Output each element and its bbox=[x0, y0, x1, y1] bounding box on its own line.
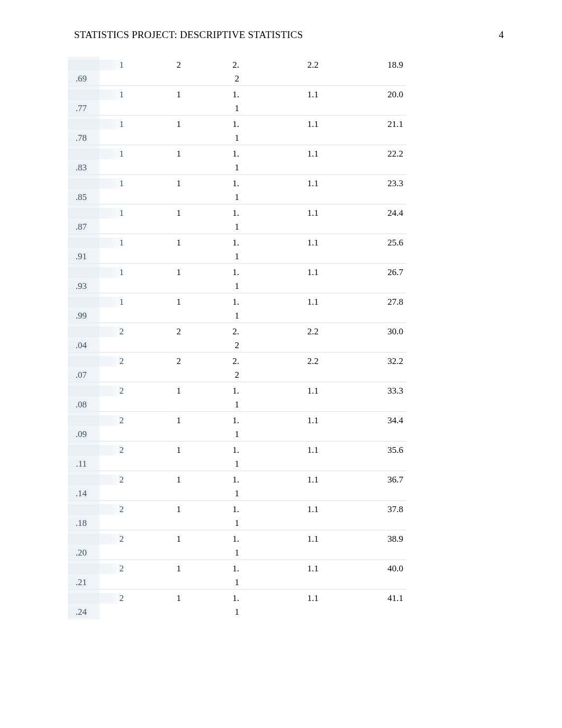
valid-percent-col: 1.1 bbox=[241, 119, 321, 130]
percent-col-decimal: 1 bbox=[183, 192, 241, 203]
cumulative-percent-col: 24.4 bbox=[321, 208, 405, 219]
value-col1-decimal: .24 bbox=[68, 607, 88, 617]
percent-col-decimal: 1 bbox=[183, 577, 241, 588]
value-col1-decimal: .14 bbox=[68, 488, 88, 499]
table-row: 2.2411.11.141.1 bbox=[68, 590, 406, 620]
table-row: 1.6922.22.218.9 bbox=[68, 57, 406, 86]
cumulative-percent-col: 26.7 bbox=[321, 267, 405, 278]
table-row: 1.8311.11.122.2 bbox=[68, 145, 406, 175]
frequency-col: 1 bbox=[126, 504, 183, 515]
table-row: 2.2111.11.140.0 bbox=[68, 560, 406, 590]
value-col1-decimal: .87 bbox=[68, 222, 88, 232]
value-col1-decimal: .69 bbox=[68, 74, 88, 84]
percent-col-integer: 1. bbox=[183, 534, 241, 544]
page-header: STATISTICS PROJECT: DESCRIPTIVE STATISTI… bbox=[53, 29, 509, 41]
cumulative-percent-col: 38.9 bbox=[321, 534, 405, 544]
value-col1-decimal: .83 bbox=[68, 162, 88, 173]
table-row: 1.7711.11.120.0 bbox=[68, 86, 406, 116]
frequency-col: 1 bbox=[126, 208, 183, 219]
percent-col-integer: 1. bbox=[183, 415, 241, 426]
value-col1-decimal: .99 bbox=[68, 311, 88, 321]
percent-col-integer: 1. bbox=[183, 297, 241, 307]
value-col1-decimal: .78 bbox=[68, 133, 88, 143]
table-row: 1.8511.11.123.3 bbox=[68, 175, 406, 205]
cumulative-percent-col: 40.0 bbox=[321, 563, 405, 574]
value-col1-integer: 1 bbox=[68, 267, 126, 278]
value-col1-decimal: .09 bbox=[68, 429, 88, 440]
percent-col-decimal: 1 bbox=[183, 399, 241, 410]
cumulative-percent-col: 33.3 bbox=[321, 386, 405, 396]
table-row: 1.7811.11.121.1 bbox=[68, 116, 406, 145]
value-col1-integer: 2 bbox=[68, 504, 126, 515]
value-col1-integer: 2 bbox=[68, 356, 126, 367]
cumulative-percent-col: 21.1 bbox=[321, 119, 405, 130]
value-col1-integer: 1 bbox=[68, 208, 126, 219]
percent-col-integer: 1. bbox=[183, 149, 241, 159]
percent-col-integer: 1. bbox=[183, 238, 241, 248]
table-row: 1.8711.11.124.4 bbox=[68, 205, 406, 234]
frequency-col: 2 bbox=[126, 326, 183, 337]
value-col1-decimal: .18 bbox=[68, 518, 88, 529]
cumulative-percent-col: 23.3 bbox=[321, 178, 405, 189]
percent-col-integer: 1. bbox=[183, 475, 241, 485]
frequency-col: 1 bbox=[126, 415, 183, 426]
valid-percent-col: 1.1 bbox=[241, 267, 321, 278]
value-col1-decimal: .91 bbox=[68, 251, 88, 262]
value-col1-integer: 2 bbox=[68, 563, 126, 574]
percent-col-integer: 1. bbox=[183, 386, 241, 396]
frequency-col: 1 bbox=[126, 445, 183, 456]
value-col1-integer: 1 bbox=[68, 60, 126, 70]
value-col1-integer: 2 bbox=[68, 415, 126, 426]
valid-percent-col: 1.1 bbox=[241, 178, 321, 189]
value-col1-decimal: .21 bbox=[68, 577, 88, 588]
percent-col-decimal: 2 bbox=[183, 340, 241, 351]
cumulative-percent-col: 22.2 bbox=[321, 149, 405, 159]
cumulative-percent-col: 20.0 bbox=[321, 89, 405, 100]
running-head: STATISTICS PROJECT: DESCRIPTIVE STATISTI… bbox=[74, 29, 303, 41]
percent-col-integer: 1. bbox=[183, 89, 241, 100]
value-col1-integer: 1 bbox=[68, 178, 126, 189]
table-row: 2.0911.11.134.4 bbox=[68, 412, 406, 442]
percent-col-integer: 2. bbox=[183, 60, 241, 70]
frequency-col: 1 bbox=[126, 119, 183, 130]
frequency-col: 1 bbox=[126, 563, 183, 574]
cumulative-percent-col: 18.9 bbox=[321, 60, 405, 70]
page-number: 4 bbox=[499, 29, 504, 41]
percent-col-integer: 1. bbox=[183, 178, 241, 189]
valid-percent-col: 1.1 bbox=[241, 297, 321, 307]
table-row: 2.1411.11.136.7 bbox=[68, 471, 406, 501]
value-col1-integer: 2 bbox=[68, 534, 126, 544]
percent-col-integer: 1. bbox=[183, 445, 241, 456]
percent-col-decimal: 1 bbox=[183, 133, 241, 143]
percent-col-decimal: 2 bbox=[183, 370, 241, 380]
value-col1-decimal: .20 bbox=[68, 548, 88, 558]
table-row: 1.9911.11.127.8 bbox=[68, 294, 406, 323]
valid-percent-col: 1.1 bbox=[241, 208, 321, 219]
cumulative-percent-col: 25.6 bbox=[321, 238, 405, 248]
value-col1-decimal: .07 bbox=[68, 370, 88, 380]
valid-percent-col: 1.1 bbox=[241, 475, 321, 485]
frequency-col: 2 bbox=[126, 60, 183, 70]
value-col1-integer: 2 bbox=[68, 445, 126, 456]
valid-percent-col: 1.1 bbox=[241, 386, 321, 396]
table-row: 2.1111.11.135.6 bbox=[68, 442, 406, 471]
percent-col-decimal: 1 bbox=[183, 518, 241, 529]
table-body: 1.6922.22.218.91.7711.11.120.01.7811.11.… bbox=[68, 57, 406, 620]
cumulative-percent-col: 27.8 bbox=[321, 297, 405, 307]
frequency-col: 1 bbox=[126, 178, 183, 189]
table-row: 2.0722.22.232.2 bbox=[68, 353, 406, 383]
valid-percent-col: 2.2 bbox=[241, 326, 321, 337]
document-page: STATISTICS PROJECT: DESCRIPTIVE STATISTI… bbox=[0, 0, 562, 728]
valid-percent-col: 1.1 bbox=[241, 534, 321, 544]
cumulative-percent-col: 41.1 bbox=[321, 593, 405, 604]
value-col1-decimal: .11 bbox=[68, 459, 88, 469]
frequency-col: 1 bbox=[126, 297, 183, 307]
value-col1-integer: 1 bbox=[68, 238, 126, 248]
percent-col-decimal: 1 bbox=[183, 281, 241, 292]
value-col1-decimal: .93 bbox=[68, 281, 88, 292]
table-row: 1.9311.11.126.7 bbox=[68, 264, 406, 294]
percent-col-decimal: 1 bbox=[183, 251, 241, 262]
value-col1-decimal: .77 bbox=[68, 103, 88, 114]
table-row: 1.9111.11.125.6 bbox=[68, 234, 406, 264]
value-col1-decimal: .85 bbox=[68, 192, 88, 203]
